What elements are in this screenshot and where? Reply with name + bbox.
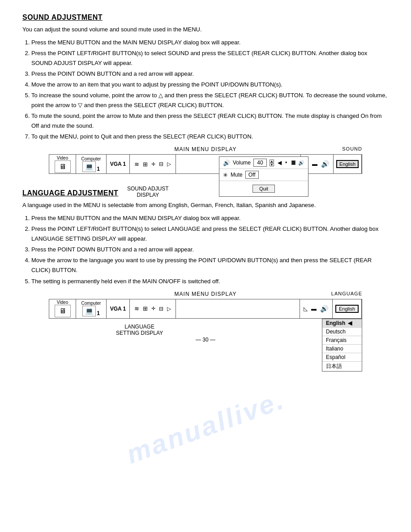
volume-value: 40 [253, 159, 267, 167]
speaker-small-icon: 🔊 [223, 160, 230, 166]
lang-menu-video: Video 🖥 [49, 299, 76, 318]
arrow-up[interactable]: ▲ [270, 160, 274, 163]
lang-menu-bar-wrapper: LANGUAGE Video 🖥 Computer 💻 1 VGA [49, 299, 362, 319]
language-title: LANGUAGE ADJUSTMENT [22, 189, 389, 197]
sound-adjust-box: 🔊 Volume 40 ▲ ▼ ◀ • 🔊 ✳ [219, 156, 308, 197]
lang-menu-icons: ≋ ⊞ ✛ ⊟ ▷ [130, 299, 176, 318]
lang-screen-icon: ⊟ [159, 306, 163, 312]
lang-english-text: English [326, 320, 345, 326]
lang-step-3: Press the POINT DOWN BUTTON and a red ar… [31, 245, 389, 255]
sound-menu-bar-wrapper: SOUND Video 🖥 Computer 💻 1 VGA 1 [49, 154, 362, 174]
lang-grid-icon-2: ⊞ [143, 305, 148, 312]
lang-setting-label: LANGUAGE SETTING DISPLAY [116, 324, 163, 336]
lang-english-btn[interactable]: English [335, 305, 359, 313]
lang-step-4: Move the arrow to the language you want … [31, 255, 389, 275]
grid-icon-2: ⊞ [143, 161, 148, 168]
lang-step-2: Press the POINT LEFT/RIGHT BUTTON(s) to … [31, 224, 389, 244]
quit-row: Quit [219, 181, 308, 196]
volume-bar [291, 160, 295, 165]
lang-option-espanol[interactable]: Español [322, 353, 362, 362]
lang-move-icon: ✛ [151, 306, 155, 311]
lang-computer-icon: 💻 [82, 306, 96, 316]
lang-grid-icon-1: ≋ [134, 305, 139, 312]
vol-dot: ◀ [278, 160, 282, 166]
sound-title: SOUND ADJUSTMENT [22, 13, 389, 22]
sound-adjust-box-wrapper: 🔊 Volume 40 ▲ ▼ ◀ • 🔊 ✳ [210, 156, 308, 197]
lang-rect-icon: ▬ [311, 306, 317, 312]
volume-label: Volume [233, 160, 251, 166]
lang-speaker-icon: 🔊 [320, 305, 329, 313]
lang-japanese-text: 日本語 [326, 363, 342, 370]
sound-label-top: SOUND [342, 146, 362, 151]
lang-menu-spacer [176, 299, 300, 318]
sound-step-6: To mute the sound, point the arrow to Mu… [31, 111, 389, 131]
sound-step-7: To quit the MENU, point to Quit and then… [31, 132, 389, 142]
lang-option-italiano[interactable]: Italiano [322, 345, 362, 353]
language-dropdown: English ◀ Deutsch Français Italiano Espa… [322, 319, 362, 372]
sound-menu-vga: VGA 1 [107, 155, 130, 173]
mute-label: Mute [231, 172, 243, 178]
sound-english-btn-container: English [334, 155, 362, 173]
sound-step-5: To increase the sound volume, point the … [31, 91, 389, 110]
speaker-right: 🔊 [298, 160, 304, 166]
lang-step-5: The setting is permanently held even if … [31, 277, 389, 286]
sound-step-1: Press the MENU BUTTON and the MAIN MENU … [31, 38, 389, 48]
lang-english-btn-container: English [333, 299, 362, 318]
snowflake-icon: ✳ [223, 172, 228, 178]
language-steps: Press the MENU BUTTON and the MAIN MENU … [31, 213, 389, 286]
sound-menu-video: Video 🖥 [49, 155, 76, 173]
sound-english-btn[interactable]: English [336, 160, 359, 168]
lang-computer-label: Computer [81, 301, 101, 306]
sound-menu-computer: Computer 💻 1 [76, 155, 107, 173]
lang-menu-right-icons: ◺ ▬ 🔊 [300, 299, 333, 318]
lang-deutsch-text: Deutsch [326, 329, 346, 335]
sound-intro: You can adjust the sound volume and soun… [22, 25, 389, 34]
sound-adjust-label: SOUND ADJUST DISPLAY [127, 186, 169, 198]
speaker-icon: 🔊 [321, 160, 330, 168]
lang-selected-arrow: ◀ [348, 320, 352, 326]
computer-icon: 💻 [82, 161, 96, 172]
lang-option-japanese[interactable]: 日本語 [322, 362, 362, 371]
language-label-top: LANGUAGE [331, 291, 362, 296]
sound-step-4: Move the arrow to an item that you want … [31, 80, 389, 90]
quit-button[interactable]: Quit [253, 185, 275, 193]
sound-adjustment-section: SOUND ADJUSTMENT You can adjust the soun… [22, 13, 389, 177]
lang-espanol-text: Español [326, 354, 345, 360]
volume-arrows[interactable]: ▲ ▼ [270, 160, 274, 166]
rect-icon: ▬ [312, 161, 317, 167]
watermark: manuallive. [122, 384, 289, 470]
arrow-down[interactable]: ▼ [270, 163, 274, 166]
computer-label: Computer [81, 156, 101, 161]
lang-option-francais[interactable]: Français [322, 336, 362, 345]
video-icon: 🖥 [55, 160, 71, 173]
sound-menu-display-label: MAIN MENU DISPLAY [22, 146, 389, 152]
language-intro: A language used in the MENU is selectabl… [22, 201, 389, 210]
sound-menu-icons: ≋ ⊞ ✛ ⊟ ▷ [130, 155, 176, 173]
sound-menu-bar: Video 🖥 Computer 💻 1 VGA 1 ≋ [49, 154, 362, 174]
video-label: Video [57, 156, 68, 160]
sound-step-2: Press the POINT LEFT/RIGHT BUTTON(s) to … [31, 48, 389, 68]
lang-francais-text: Français [326, 337, 347, 343]
sound-step-3: Press the POINT DOWN BUTTON and a red ar… [31, 69, 389, 79]
computer-num: 1 [97, 166, 100, 172]
display-icon: ▷ [167, 161, 171, 167]
lang-menu-computer: Computer 💻 1 [76, 299, 107, 318]
lang-computer-num: 1 [97, 310, 100, 316]
lang-option-english[interactable]: English ◀ [322, 319, 362, 328]
mute-value: Off [245, 171, 259, 179]
lang-trapezoid-icon: ◺ [304, 306, 308, 312]
grid-icon-1: ≋ [134, 161, 139, 168]
lang-italiano-text: Italiano [326, 346, 343, 352]
lang-video-icon: 🖥 [55, 305, 71, 317]
lang-step-1: Press the MENU BUTTON and the MAIN MENU … [31, 213, 389, 223]
screen-icon: ⊟ [159, 161, 163, 167]
mute-row: ✳ Mute Off [219, 169, 308, 181]
bullet-dot: • [285, 160, 287, 166]
lang-menu-vga: VGA 1 [107, 299, 130, 318]
lang-option-deutsch[interactable]: Deutsch [322, 328, 362, 336]
move-icon: ✛ [151, 161, 155, 167]
language-adjustment-section: LANGUAGE ADJUSTMENT A language used in t… [22, 189, 389, 318]
lang-video-label: Video [57, 300, 68, 305]
lang-display-icon: ▷ [167, 306, 171, 312]
volume-row: 🔊 Volume 40 ▲ ▼ ◀ • 🔊 [219, 157, 308, 169]
